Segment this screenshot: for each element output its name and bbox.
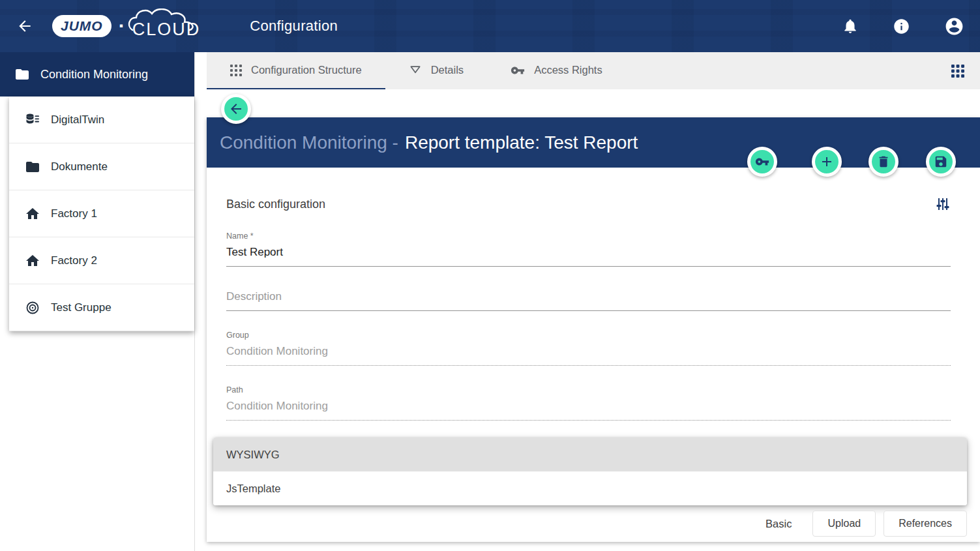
home-icon [25, 253, 40, 269]
name-field[interactable]: Name * Test Report [226, 231, 951, 267]
group-field-label: Group [226, 331, 951, 340]
template-type-dropdown: WYSIWYG JsTemplate [213, 438, 967, 505]
layout-grid-icon[interactable] [951, 65, 964, 78]
sidebar-item-label: DigitalTwin [51, 113, 104, 127]
tune-sliders-icon[interactable] [935, 196, 951, 212]
back-arrow-icon[interactable] [14, 16, 35, 37]
footer-actions: Basic Upload References [226, 511, 967, 537]
detail-card: Condition Monitoring - Report template: … [207, 117, 980, 542]
folder-icon [25, 159, 40, 175]
delete-button[interactable] [869, 147, 898, 177]
sidebar-item-dokumente[interactable]: Dokumente [9, 143, 194, 190]
folder-icon [14, 67, 30, 82]
sidebar-item-test-gruppe[interactable]: Test Gruppe [9, 284, 194, 331]
access-key-button[interactable] [747, 147, 777, 177]
panel-back-button[interactable] [221, 94, 251, 124]
tab-access-rights[interactable]: Access Rights [487, 52, 626, 89]
sidebar-item-factory-1[interactable]: Factory 1 [9, 190, 194, 237]
plus-icon [819, 154, 835, 170]
name-field-label: Name * [226, 231, 951, 241]
section-title: Basic configuration [226, 198, 325, 211]
group-field-value: Condition Monitoring [226, 345, 951, 366]
jumo-logo: JUMO [52, 15, 111, 37]
key-icon [511, 63, 525, 78]
path-field: Path Condition Monitoring [226, 385, 951, 421]
path-field-label: Path [226, 385, 951, 395]
sidebar-item-label: Factory 2 [51, 254, 97, 267]
cloud-logo: CLOUD [132, 13, 201, 40]
path-field-value: Condition Monitoring [226, 400, 951, 421]
digital-twin-icon [25, 112, 40, 128]
description-field-placeholder[interactable]: Description [226, 290, 951, 311]
sidebar-item-label: Dokumente [51, 160, 108, 173]
save-floppy-icon [934, 155, 948, 169]
add-button[interactable] [812, 147, 842, 177]
sidebar-header-label: Condition Monitoring [40, 68, 148, 82]
key-icon [755, 155, 769, 169]
panel-title-main: Report template: Test Report [405, 132, 638, 153]
sidebar-item-label: Test Gruppe [51, 301, 111, 314]
tab-label: Access Rights [534, 64, 602, 76]
arrow-left-icon [228, 101, 244, 117]
form-content: Basic configuration Name * Test Report D… [207, 168, 980, 537]
dropdown-option-jstemplate[interactable]: JsTemplate [213, 471, 967, 505]
sidebar-item-label: Factory 1 [51, 207, 97, 220]
sidebar-item-factory-2[interactable]: Factory 2 [9, 237, 194, 284]
target-icon [25, 300, 40, 316]
tab-details[interactable]: Details [385, 52, 487, 89]
save-button[interactable] [926, 147, 956, 177]
panel-title-prefix: Condition Monitoring - [220, 132, 398, 153]
tab-bar: Configuration Structure Details Access R… [207, 52, 980, 89]
tab-configuration-structure[interactable]: Configuration Structure [207, 52, 385, 89]
info-icon[interactable] [893, 18, 910, 35]
sidebar-item-condition-monitoring[interactable]: Condition Monitoring [0, 52, 194, 97]
dropdown-option-wysiwyg[interactable]: WYSIWYG [213, 438, 967, 471]
description-field[interactable]: Description [226, 290, 951, 311]
sidebar-list: DigitalTwin Dokumente Factory 1 Factory … [9, 97, 194, 331]
home-icon [25, 206, 40, 222]
brand-separator: · [119, 15, 125, 37]
brand-logo: JUMO · CLOUD [52, 13, 200, 40]
references-button[interactable]: References [883, 511, 967, 537]
grid-icon [230, 65, 242, 76]
page-title: Configuration [250, 18, 338, 35]
tab-label: Configuration Structure [251, 64, 362, 76]
panel-header: Condition Monitoring - Report template: … [207, 117, 980, 168]
filter-icon [409, 64, 422, 77]
upload-button[interactable]: Upload [812, 511, 876, 537]
account-icon[interactable] [944, 16, 964, 37]
tab-label: Details [431, 64, 464, 76]
trash-icon [876, 155, 891, 169]
topbar: JUMO · CLOUD Configuration [0, 0, 980, 52]
name-field-value[interactable]: Test Report [226, 246, 951, 267]
cloud-outline-icon [127, 8, 207, 32]
sidebar-item-digitaltwin[interactable]: DigitalTwin [9, 97, 194, 143]
main-area: Configuration Structure Details Access R… [195, 52, 980, 551]
group-field: Group Condition Monitoring [226, 331, 951, 366]
basic-tab-label[interactable]: Basic [765, 518, 792, 530]
topbar-actions [842, 16, 964, 37]
notifications-bell-icon[interactable] [842, 18, 859, 35]
sidebar: Condition Monitoring DigitalTwin Dokumen… [0, 52, 195, 551]
